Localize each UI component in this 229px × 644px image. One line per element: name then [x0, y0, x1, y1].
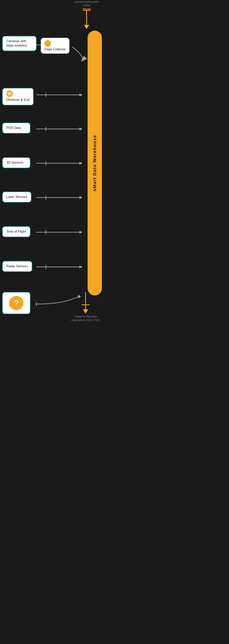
- svg-marker-22: [79, 231, 82, 234]
- laser-sensors-box: Laser Sensors: [2, 192, 31, 203]
- upload-arrow: [71, 8, 102, 29]
- tof-box: Time of Flight: [2, 226, 30, 237]
- svg-point-32: [9, 94, 10, 94]
- svg-marker-10: [79, 128, 82, 130]
- edge-collector-icon: ⚙: [44, 40, 51, 47]
- upload-section: Upload existing data (CSV): [71, 0, 102, 29]
- laser-sensors-label: Laser Sensors: [6, 195, 27, 198]
- diagram-container: Upload existing data (CSV) sMart D: [0, 0, 114, 322]
- 3d-sensors-label: 3D Sensors: [6, 161, 23, 164]
- radar-sensors-box: Radar Sensors: [2, 261, 32, 272]
- question-box: ?: [2, 292, 30, 314]
- observer-label: Observer & iCat: [6, 98, 29, 102]
- cameras-label: Cameras with edge analytics: [6, 40, 27, 47]
- tof-label: Time of Flight: [6, 230, 26, 233]
- svg-text:⚙: ⚙: [47, 42, 48, 44]
- pos-box: POS Data: [2, 122, 30, 134]
- svg-marker-14: [79, 162, 82, 165]
- pos-label: POS Data: [6, 126, 21, 130]
- radar-sensors-label: Radar Sensors: [6, 264, 28, 268]
- upload-label: Upload existing data (CSV): [71, 0, 102, 7]
- observer-box: Observer & iCat: [2, 88, 34, 106]
- svg-marker-18: [79, 196, 82, 199]
- cameras-box: Cameras with edge analytics: [2, 36, 37, 51]
- edge-collector-label: Edge Collector: [44, 48, 66, 51]
- svg-marker-6: [79, 94, 82, 96]
- question-icon: ?: [9, 296, 23, 310]
- warehouse-label: sMart Data Warehouse: [92, 135, 97, 191]
- svg-marker-26: [79, 266, 82, 268]
- edge-collector-box: ⚙ Edge Collector: [41, 38, 69, 54]
- output-section: Output for Big Data Applications (XLS, C…: [67, 292, 104, 322]
- 3d-sensors-box: 3D Sensors: [2, 157, 30, 168]
- warehouse-bar: sMart Data Warehouse: [88, 30, 102, 296]
- output-label: Output for Big Data Applications (XLS, C…: [67, 315, 104, 322]
- observer-icon: [6, 90, 13, 97]
